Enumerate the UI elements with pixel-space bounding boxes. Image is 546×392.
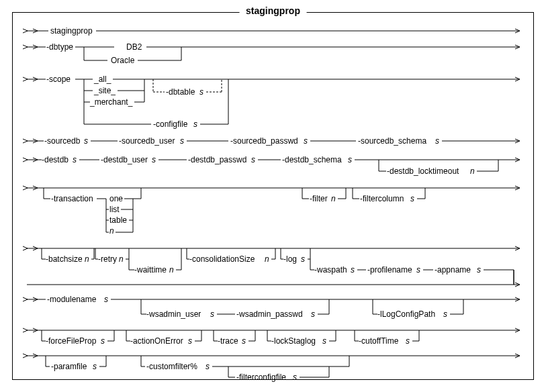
- diagram-title: stagingprop: [239, 5, 307, 16]
- diagram-frame: [12, 12, 534, 380]
